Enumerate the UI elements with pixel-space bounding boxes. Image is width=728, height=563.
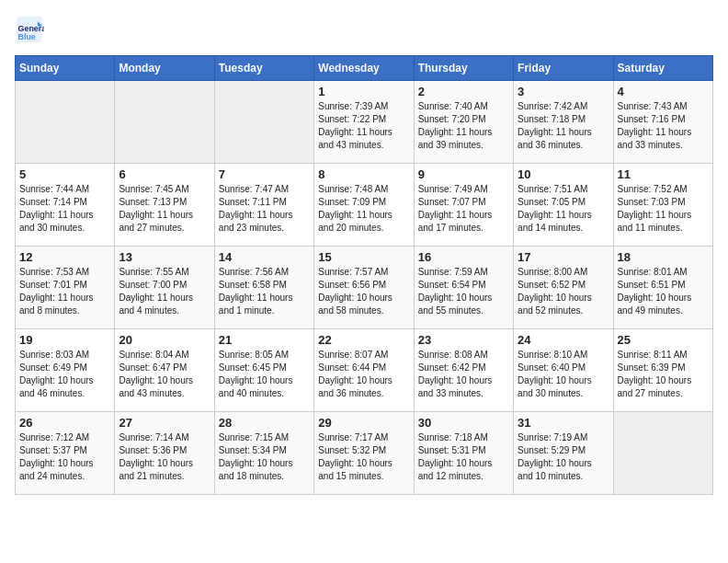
calendar-cell	[16, 81, 115, 164]
day-number: 4	[618, 85, 709, 98]
calendar-body: 1Sunrise: 7:39 AM Sunset: 7:22 PM Daylig…	[16, 81, 713, 495]
calendar-cell: 20Sunrise: 8:04 AM Sunset: 6:47 PM Dayli…	[115, 329, 214, 412]
day-number: 26	[19, 416, 110, 430]
week-row-1: 1Sunrise: 7:39 AM Sunset: 7:22 PM Daylig…	[16, 81, 713, 164]
day-number: 23	[418, 333, 509, 347]
calendar-cell: 1Sunrise: 7:39 AM Sunset: 7:22 PM Daylig…	[314, 81, 414, 164]
day-header-tuesday: Tuesday	[214, 56, 313, 81]
page-header: General Blue	[15, 15, 713, 44]
day-number: 25	[618, 333, 709, 347]
day-number: 27	[119, 416, 210, 430]
calendar-cell: 12Sunrise: 7:53 AM Sunset: 7:01 PM Dayli…	[16, 247, 115, 329]
calendar-cell: 7Sunrise: 7:47 AM Sunset: 7:11 PM Daylig…	[214, 164, 313, 247]
day-info: Sunrise: 7:52 AM Sunset: 7:03 PM Dayligh…	[618, 183, 709, 235]
calendar-cell: 11Sunrise: 7:52 AM Sunset: 7:03 PM Dayli…	[613, 164, 712, 247]
day-number: 24	[518, 333, 609, 347]
calendar-cell: 18Sunrise: 8:01 AM Sunset: 6:51 PM Dayli…	[613, 247, 712, 329]
day-info: Sunrise: 7:49 AM Sunset: 7:07 PM Dayligh…	[418, 183, 509, 235]
day-number: 28	[219, 416, 310, 430]
day-number: 13	[119, 250, 210, 264]
day-info: Sunrise: 7:18 AM Sunset: 5:31 PM Dayligh…	[418, 431, 509, 483]
day-number: 17	[518, 250, 609, 264]
calendar-cell: 23Sunrise: 8:08 AM Sunset: 6:42 PM Dayli…	[414, 329, 513, 412]
day-number: 30	[418, 416, 509, 430]
day-number: 2	[418, 85, 509, 98]
day-info: Sunrise: 7:55 AM Sunset: 7:00 PM Dayligh…	[119, 266, 210, 317]
day-number: 1	[318, 85, 409, 98]
calendar-cell: 4Sunrise: 7:43 AM Sunset: 7:16 PM Daylig…	[613, 81, 712, 164]
day-info: Sunrise: 7:51 AM Sunset: 7:05 PM Dayligh…	[518, 183, 609, 235]
day-info: Sunrise: 8:03 AM Sunset: 6:49 PM Dayligh…	[19, 349, 110, 400]
calendar-cell: 27Sunrise: 7:14 AM Sunset: 5:36 PM Dayli…	[115, 412, 214, 495]
calendar-cell	[115, 81, 214, 164]
day-info: Sunrise: 7:40 AM Sunset: 7:20 PM Dayligh…	[418, 100, 509, 152]
day-number: 11	[618, 167, 709, 181]
day-info: Sunrise: 8:00 AM Sunset: 6:52 PM Dayligh…	[518, 266, 609, 317]
week-row-4: 19Sunrise: 8:03 AM Sunset: 6:49 PM Dayli…	[16, 329, 713, 412]
day-info: Sunrise: 7:56 AM Sunset: 6:58 PM Dayligh…	[219, 266, 310, 317]
day-number: 22	[318, 333, 409, 347]
day-number: 20	[119, 333, 210, 347]
day-info: Sunrise: 7:15 AM Sunset: 5:34 PM Dayligh…	[219, 431, 310, 483]
calendar-cell	[214, 81, 313, 164]
day-number: 9	[418, 167, 509, 181]
day-info: Sunrise: 7:19 AM Sunset: 5:29 PM Dayligh…	[518, 431, 609, 483]
day-header-monday: Monday	[115, 56, 214, 81]
calendar-cell: 28Sunrise: 7:15 AM Sunset: 5:34 PM Dayli…	[214, 412, 313, 495]
day-info: Sunrise: 8:08 AM Sunset: 6:42 PM Dayligh…	[418, 349, 509, 400]
calendar-cell: 17Sunrise: 8:00 AM Sunset: 6:52 PM Dayli…	[514, 247, 613, 329]
day-header-thursday: Thursday	[414, 56, 513, 81]
calendar-cell	[613, 412, 712, 495]
calendar-cell: 19Sunrise: 8:03 AM Sunset: 6:49 PM Dayli…	[16, 329, 115, 412]
day-info: Sunrise: 8:04 AM Sunset: 6:47 PM Dayligh…	[119, 349, 210, 400]
day-info: Sunrise: 7:48 AM Sunset: 7:09 PM Dayligh…	[318, 183, 409, 235]
calendar-cell: 15Sunrise: 7:57 AM Sunset: 6:56 PM Dayli…	[314, 247, 414, 329]
day-number: 16	[418, 250, 509, 264]
day-number: 29	[318, 416, 409, 430]
calendar-cell: 10Sunrise: 7:51 AM Sunset: 7:05 PM Dayli…	[514, 164, 613, 247]
calendar-cell: 9Sunrise: 7:49 AM Sunset: 7:07 PM Daylig…	[414, 164, 513, 247]
day-number: 7	[219, 167, 310, 181]
calendar-cell: 30Sunrise: 7:18 AM Sunset: 5:31 PM Dayli…	[414, 412, 513, 495]
day-info: Sunrise: 7:53 AM Sunset: 7:01 PM Dayligh…	[19, 266, 110, 317]
day-info: Sunrise: 7:44 AM Sunset: 7:14 PM Dayligh…	[19, 183, 110, 235]
day-number: 5	[19, 167, 110, 181]
logo-icon: General Blue	[15, 15, 44, 44]
calendar-cell: 24Sunrise: 8:10 AM Sunset: 6:40 PM Dayli…	[514, 329, 613, 412]
calendar-cell: 26Sunrise: 7:12 AM Sunset: 5:37 PM Dayli…	[16, 412, 115, 495]
calendar-cell: 16Sunrise: 7:59 AM Sunset: 6:54 PM Dayli…	[414, 247, 513, 329]
day-number: 3	[518, 85, 609, 98]
calendar-cell: 14Sunrise: 7:56 AM Sunset: 6:58 PM Dayli…	[214, 247, 313, 329]
day-info: Sunrise: 8:05 AM Sunset: 6:45 PM Dayligh…	[219, 349, 310, 400]
day-info: Sunrise: 7:17 AM Sunset: 5:32 PM Dayligh…	[318, 431, 409, 483]
day-info: Sunrise: 7:42 AM Sunset: 7:18 PM Dayligh…	[518, 100, 609, 152]
day-number: 8	[318, 167, 409, 181]
day-header-friday: Friday	[514, 56, 613, 81]
calendar-cell: 25Sunrise: 8:11 AM Sunset: 6:39 PM Dayli…	[613, 329, 712, 412]
calendar-cell: 21Sunrise: 8:05 AM Sunset: 6:45 PM Dayli…	[214, 329, 313, 412]
day-header-wednesday: Wednesday	[314, 56, 414, 81]
day-number: 12	[19, 250, 110, 264]
day-number: 15	[318, 250, 409, 264]
day-header-sunday: Sunday	[16, 56, 115, 81]
day-info: Sunrise: 8:10 AM Sunset: 6:40 PM Dayligh…	[518, 349, 609, 400]
calendar-cell: 2Sunrise: 7:40 AM Sunset: 7:20 PM Daylig…	[414, 81, 513, 164]
calendar-header: SundayMondayTuesdayWednesdayThursdayFrid…	[16, 56, 713, 81]
logo: General Blue	[15, 15, 48, 44]
day-number: 31	[518, 416, 609, 430]
day-info: Sunrise: 7:12 AM Sunset: 5:37 PM Dayligh…	[19, 431, 110, 483]
day-info: Sunrise: 7:39 AM Sunset: 7:22 PM Dayligh…	[318, 100, 409, 152]
calendar-table: SundayMondayTuesdayWednesdayThursdayFrid…	[15, 55, 713, 495]
day-info: Sunrise: 8:01 AM Sunset: 6:51 PM Dayligh…	[618, 266, 709, 317]
calendar-cell: 13Sunrise: 7:55 AM Sunset: 7:00 PM Dayli…	[115, 247, 214, 329]
day-number: 21	[219, 333, 310, 347]
day-info: Sunrise: 7:59 AM Sunset: 6:54 PM Dayligh…	[418, 266, 509, 317]
day-info: Sunrise: 7:47 AM Sunset: 7:11 PM Dayligh…	[219, 183, 310, 235]
day-info: Sunrise: 7:14 AM Sunset: 5:36 PM Dayligh…	[119, 431, 210, 483]
day-info: Sunrise: 7:57 AM Sunset: 6:56 PM Dayligh…	[318, 266, 409, 317]
day-header-saturday: Saturday	[613, 56, 712, 81]
day-info: Sunrise: 8:07 AM Sunset: 6:44 PM Dayligh…	[318, 349, 409, 400]
calendar-cell: 22Sunrise: 8:07 AM Sunset: 6:44 PM Dayli…	[314, 329, 414, 412]
calendar-cell: 8Sunrise: 7:48 AM Sunset: 7:09 PM Daylig…	[314, 164, 414, 247]
svg-text:Blue: Blue	[18, 32, 36, 41]
